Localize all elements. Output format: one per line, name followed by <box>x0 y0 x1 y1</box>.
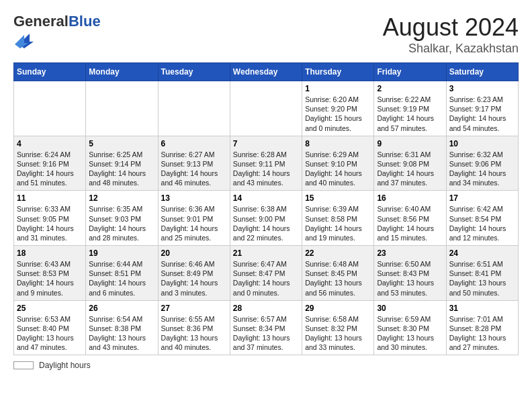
logo-general: General <box>13 13 69 30</box>
day-info: Sunrise: 6:50 AMSunset: 8:43 PMDaylight:… <box>377 259 443 298</box>
day-number: 6 <box>161 139 227 148</box>
day-number: 10 <box>449 139 515 148</box>
day-number: 19 <box>89 248 154 258</box>
table-row: 3Sunrise: 6:23 AMSunset: 9:17 PMDaylight… <box>446 81 518 136</box>
table-row: 30Sunrise: 6:59 AMSunset: 8:30 PMDayligh… <box>374 300 446 355</box>
day-number: 7 <box>233 139 299 148</box>
table-row: 1Sunrise: 6:20 AMSunset: 9:20 PMDaylight… <box>302 81 374 136</box>
table-row: 22Sunrise: 6:48 AMSunset: 8:45 PMDayligh… <box>302 246 374 301</box>
day-number: 28 <box>233 304 299 313</box>
day-info: Sunrise: 6:25 AMSunset: 9:14 PMDaylight:… <box>89 150 154 188</box>
day-number: 12 <box>89 193 154 203</box>
day-info: Sunrise: 6:20 AMSunset: 9:20 PMDaylight:… <box>305 95 371 133</box>
table-row <box>158 81 230 136</box>
page-header: GeneralBlue August 2024 Shalkar, Kazakhs… <box>13 13 519 56</box>
day-number: 22 <box>305 248 371 258</box>
table-row: 12Sunrise: 6:35 AMSunset: 9:03 PMDayligh… <box>86 191 158 246</box>
day-info: Sunrise: 6:31 AMSunset: 9:08 PMDaylight:… <box>377 150 443 188</box>
table-row: 2Sunrise: 6:22 AMSunset: 9:19 PMDaylight… <box>374 81 446 136</box>
table-row: 28Sunrise: 6:57 AMSunset: 8:34 PMDayligh… <box>230 300 302 355</box>
table-row: 8Sunrise: 6:29 AMSunset: 9:10 PMDaylight… <box>302 136 374 191</box>
day-number: 8 <box>305 139 371 148</box>
table-row: 11Sunrise: 6:33 AMSunset: 9:05 PMDayligh… <box>14 191 86 246</box>
table-row <box>86 81 158 136</box>
logo-icon <box>15 30 34 48</box>
day-info: Sunrise: 6:32 AMSunset: 9:06 PMDaylight:… <box>449 150 515 188</box>
day-info: Sunrise: 6:36 AMSunset: 9:01 PMDaylight:… <box>161 204 227 242</box>
day-info: Sunrise: 6:54 AMSunset: 8:38 PMDaylight:… <box>89 314 154 353</box>
table-row: 9Sunrise: 6:31 AMSunset: 9:08 PMDaylight… <box>374 136 446 191</box>
table-row: 17Sunrise: 6:42 AMSunset: 8:54 PMDayligh… <box>446 191 518 246</box>
table-row: 10Sunrise: 6:32 AMSunset: 9:06 PMDayligh… <box>446 136 518 191</box>
day-number: 14 <box>233 193 299 203</box>
day-number: 9 <box>377 139 443 148</box>
day-number: 27 <box>161 304 227 313</box>
day-info: Sunrise: 6:59 AMSunset: 8:30 PMDaylight:… <box>377 314 443 353</box>
table-row: 14Sunrise: 6:38 AMSunset: 9:00 PMDayligh… <box>230 191 302 246</box>
day-number: 17 <box>449 193 515 203</box>
day-info: Sunrise: 6:44 AMSunset: 8:51 PMDaylight:… <box>89 259 154 298</box>
table-row: 16Sunrise: 6:40 AMSunset: 8:56 PMDayligh… <box>374 191 446 246</box>
day-info: Sunrise: 6:38 AMSunset: 9:00 PMDaylight:… <box>233 204 299 242</box>
table-row: 31Sunrise: 7:01 AMSunset: 8:28 PMDayligh… <box>446 300 518 355</box>
table-row: 18Sunrise: 6:43 AMSunset: 8:53 PMDayligh… <box>14 246 86 301</box>
table-row: 27Sunrise: 6:55 AMSunset: 8:36 PMDayligh… <box>158 300 230 355</box>
day-number: 2 <box>377 84 443 93</box>
day-number: 18 <box>17 248 83 258</box>
footer-label: Daylight hours <box>39 361 91 370</box>
table-row: 5Sunrise: 6:25 AMSunset: 9:14 PMDaylight… <box>86 136 158 191</box>
day-number: 3 <box>449 84 515 93</box>
location-title: Shalkar, Kazakhstan <box>383 42 519 56</box>
table-row: 23Sunrise: 6:50 AMSunset: 8:43 PMDayligh… <box>374 246 446 301</box>
day-number: 1 <box>305 84 371 93</box>
logo-blue: Blue <box>69 13 101 30</box>
day-info: Sunrise: 6:47 AMSunset: 8:47 PMDaylight:… <box>233 259 299 298</box>
table-row: 29Sunrise: 6:58 AMSunset: 8:32 PMDayligh… <box>302 300 374 355</box>
day-info: Sunrise: 6:53 AMSunset: 8:40 PMDaylight:… <box>17 314 83 353</box>
day-number: 5 <box>89 139 154 148</box>
day-info: Sunrise: 6:27 AMSunset: 9:13 PMDaylight:… <box>161 150 227 188</box>
day-info: Sunrise: 7:01 AMSunset: 8:28 PMDaylight:… <box>449 314 515 353</box>
day-number: 15 <box>305 193 371 203</box>
footer: Daylight hours <box>13 361 519 370</box>
day-info: Sunrise: 6:55 AMSunset: 8:36 PMDaylight:… <box>161 314 227 353</box>
day-info: Sunrise: 6:43 AMSunset: 8:53 PMDaylight:… <box>17 259 83 298</box>
day-number: 4 <box>17 139 83 148</box>
table-row: 4Sunrise: 6:24 AMSunset: 9:16 PMDaylight… <box>14 136 86 191</box>
day-number: 30 <box>377 304 443 313</box>
day-info: Sunrise: 6:24 AMSunset: 9:16 PMDaylight:… <box>17 150 83 188</box>
day-header: Wednesday <box>230 63 302 81</box>
day-number: 25 <box>17 304 83 313</box>
day-info: Sunrise: 6:57 AMSunset: 8:34 PMDaylight:… <box>233 314 299 353</box>
day-number: 24 <box>449 248 515 258</box>
table-row: 24Sunrise: 6:51 AMSunset: 8:41 PMDayligh… <box>446 246 518 301</box>
day-info: Sunrise: 6:33 AMSunset: 9:05 PMDaylight:… <box>17 204 83 242</box>
table-row: 25Sunrise: 6:53 AMSunset: 8:40 PMDayligh… <box>14 300 86 355</box>
day-number: 16 <box>377 193 443 203</box>
title-block: August 2024 Shalkar, Kazakhstan <box>383 13 519 56</box>
day-number: 29 <box>305 304 371 313</box>
day-header: Tuesday <box>158 63 230 81</box>
day-header: Monday <box>86 63 158 81</box>
day-info: Sunrise: 6:35 AMSunset: 9:03 PMDaylight:… <box>89 204 154 242</box>
day-number: 26 <box>89 304 154 313</box>
day-info: Sunrise: 6:42 AMSunset: 8:54 PMDaylight:… <box>449 204 515 242</box>
day-info: Sunrise: 6:40 AMSunset: 8:56 PMDaylight:… <box>377 204 443 242</box>
month-title: August 2024 <box>383 13 519 42</box>
table-row: 21Sunrise: 6:47 AMSunset: 8:47 PMDayligh… <box>230 246 302 301</box>
table-row: 15Sunrise: 6:39 AMSunset: 8:58 PMDayligh… <box>302 191 374 246</box>
calendar-table: SundayMondayTuesdayWednesdayThursdayFrid… <box>13 62 519 355</box>
day-number: 11 <box>17 193 83 203</box>
day-header: Thursday <box>302 63 374 81</box>
table-row: 6Sunrise: 6:27 AMSunset: 9:13 PMDaylight… <box>158 136 230 191</box>
day-number: 31 <box>449 304 515 313</box>
table-row: 13Sunrise: 6:36 AMSunset: 9:01 PMDayligh… <box>158 191 230 246</box>
table-row <box>14 81 86 136</box>
logo: GeneralBlue <box>13 13 101 51</box>
day-number: 23 <box>377 248 443 258</box>
day-header: Saturday <box>446 63 518 81</box>
table-row: 7Sunrise: 6:28 AMSunset: 9:11 PMDaylight… <box>230 136 302 191</box>
day-info: Sunrise: 6:23 AMSunset: 9:17 PMDaylight:… <box>449 95 515 133</box>
day-header: Friday <box>374 63 446 81</box>
daylight-bar <box>13 361 34 369</box>
